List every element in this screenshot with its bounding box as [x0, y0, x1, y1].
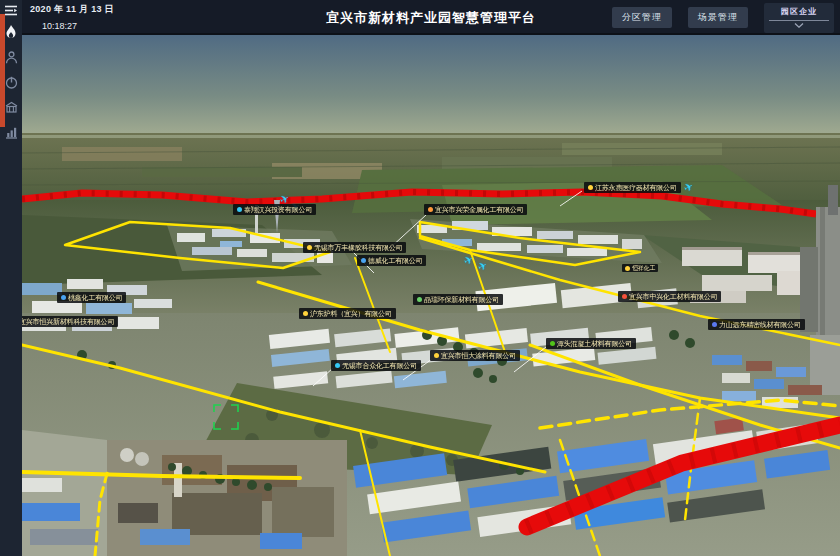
selection-brackets — [213, 404, 239, 430]
company-label-text: 无锡市万丰橡胶科技有限公司 — [314, 244, 402, 251]
company-marker-icon — [550, 341, 555, 346]
scene-manage-button[interactable]: 场景管理 — [688, 7, 748, 28]
map-company-label[interactable]: 泰翔汉兴投资有限公司 — [233, 204, 316, 215]
map-company-label[interactable]: 沪东炉料（宜兴）有限公司 — [299, 308, 396, 319]
map-3d-view[interactable]: 泰翔汉兴投资有限公司宜兴市兴荣金属化工有限公司无锡市万丰橡胶科技有限公司德威化工… — [22, 35, 840, 556]
sidebar-nav — [0, 24, 22, 140]
company-label-text: 晶瑞环保新材料有限公司 — [424, 296, 499, 303]
company-marker-icon — [417, 297, 422, 302]
header-actions: 分区管理 场景管理 园区企业 — [612, 0, 834, 35]
chevron-down-icon — [794, 23, 804, 28]
company-label-text: 沪东炉料（宜兴）有限公司 — [310, 310, 392, 317]
map-company-label[interactable]: 晶瑞环保新材料有限公司 — [413, 294, 503, 305]
map-company-label[interactable]: 宜兴市中兴化工材料有限公司 — [618, 291, 721, 302]
map-company-label[interactable]: 潭头混凝土材料有限公司 — [546, 338, 636, 349]
company-marker-icon — [622, 294, 627, 299]
company-label-text: 江苏永惠医疗器材有限公司 — [595, 184, 677, 191]
company-label-text: 恒祥化工 — [632, 265, 655, 271]
company-marker-icon — [428, 207, 433, 212]
top-bar: 2020 年 11 月 13 日 10:18:27 宜兴市新材料产业园智慧管理平… — [22, 0, 840, 35]
company-marker-icon — [434, 353, 439, 358]
dropdown-divider — [769, 20, 829, 21]
company-label-text: 桃鑫化工有限公司 — [68, 294, 122, 301]
app-window: 2020 年 11 月 13 日 10:18:27 宜兴市新材料产业园智慧管理平… — [0, 0, 840, 556]
company-label-text: 宜兴市中兴化工材料有限公司 — [629, 293, 717, 300]
building-icon[interactable] — [2, 99, 20, 115]
company-marker-icon — [303, 311, 308, 316]
company-label-text: 力山远东精密线材有限公司 — [719, 321, 801, 328]
map-company-label[interactable]: 力山远东精密线材有限公司 — [708, 319, 805, 330]
map-company-label[interactable]: 德威化工有限公司 — [357, 255, 426, 266]
company-label-text: 无锡市合众化工有限公司 — [342, 362, 417, 369]
company-marker-icon — [335, 363, 340, 368]
power-icon[interactable] — [2, 74, 20, 90]
map-company-label[interactable]: 宜兴市恒大涂料有限公司 — [430, 350, 520, 361]
company-marker-icon — [361, 258, 366, 263]
dropdown-label: 园区企业 — [781, 6, 817, 17]
company-label-text: 潭头混凝土材料有限公司 — [557, 340, 632, 347]
bar-chart-icon[interactable] — [2, 124, 20, 140]
sidebar — [0, 0, 22, 556]
company-label-text: 宜兴市恒大涂料有限公司 — [441, 352, 516, 359]
company-label-text: 宜兴市恒兴新材料科技有限公司 — [22, 318, 114, 325]
map-company-label[interactable]: 恒祥化工 — [622, 264, 658, 272]
map-company-label[interactable]: 宜兴市兴荣金属化工有限公司 — [424, 204, 527, 215]
park-enterprise-dropdown[interactable]: 园区企业 — [764, 3, 834, 33]
flame-icon[interactable] — [2, 24, 20, 40]
person-icon[interactable] — [2, 49, 20, 65]
zone-manage-button[interactable]: 分区管理 — [612, 7, 672, 28]
company-marker-icon — [61, 295, 66, 300]
company-marker-icon — [307, 245, 312, 250]
map-company-label[interactable]: 宜兴市恒兴新材料科技有限公司 — [22, 316, 118, 327]
company-marker-icon — [712, 322, 717, 327]
company-marker-icon — [625, 266, 630, 271]
map-company-label[interactable]: 桃鑫化工有限公司 — [57, 292, 126, 303]
company-label-text: 宜兴市兴荣金属化工有限公司 — [435, 206, 523, 213]
map-company-label[interactable]: 无锡市万丰橡胶科技有限公司 — [303, 242, 406, 253]
company-marker-icon — [588, 185, 593, 190]
company-label-text: 德威化工有限公司 — [368, 257, 422, 264]
map-company-label[interactable]: 无锡市合众化工有限公司 — [331, 360, 421, 371]
map-company-label[interactable]: 江苏永惠医疗器材有限公司 — [584, 182, 681, 193]
company-marker-icon — [237, 207, 242, 212]
company-label-text: 泰翔汉兴投资有限公司 — [244, 206, 312, 213]
